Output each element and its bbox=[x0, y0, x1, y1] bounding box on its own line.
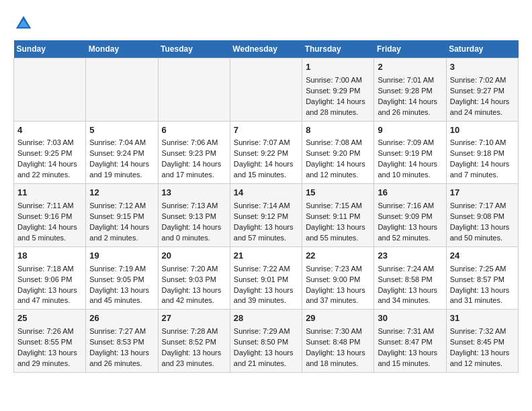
cell-content: Daylight: 14 hours bbox=[17, 159, 82, 170]
header-sunday: Sunday bbox=[14, 40, 86, 58]
calendar-cell: 1Sunrise: 7:00 AMSunset: 9:29 PMDaylight… bbox=[302, 58, 374, 122]
cell-content: Sunset: 9:05 PM bbox=[89, 275, 154, 285]
cell-content: and 21 minutes. bbox=[234, 359, 298, 369]
cell-content: and 24 minutes. bbox=[450, 107, 515, 118]
cell-content: Daylight: 13 hours bbox=[234, 348, 298, 359]
day-number: 15 bbox=[306, 187, 370, 199]
cell-content: Sunset: 9:12 PM bbox=[234, 212, 298, 222]
day-number: 27 bbox=[162, 312, 226, 325]
cell-content: Daylight: 14 hours bbox=[378, 159, 442, 170]
calendar-cell: 14Sunrise: 7:14 AMSunset: 9:12 PMDayligh… bbox=[230, 184, 302, 247]
calendar-cell bbox=[86, 58, 158, 122]
cell-content: Daylight: 13 hours bbox=[378, 285, 442, 296]
calendar-cell bbox=[158, 58, 230, 122]
cell-content: Sunset: 9:29 PM bbox=[306, 86, 370, 97]
day-number: 7 bbox=[234, 124, 298, 137]
cell-content: Sunset: 9:08 PM bbox=[450, 212, 515, 222]
cell-content: Daylight: 13 hours bbox=[234, 222, 298, 233]
cell-content: Sunrise: 7:15 AM bbox=[306, 201, 370, 212]
cell-content: Sunrise: 7:27 AM bbox=[89, 326, 154, 337]
cell-content: Sunrise: 7:17 AM bbox=[450, 201, 515, 212]
header-thursday: Thursday bbox=[302, 40, 374, 58]
calendar-cell bbox=[230, 58, 302, 122]
cell-content: Sunset: 9:24 PM bbox=[89, 148, 154, 159]
day-number: 17 bbox=[450, 187, 515, 199]
calendar-table: SundayMondayTuesdayWednesdayThursdayFrid… bbox=[13, 40, 519, 373]
cell-content: Daylight: 14 hours bbox=[162, 222, 226, 233]
cell-content: Sunrise: 7:22 AM bbox=[234, 264, 298, 275]
cell-content: Sunrise: 7:09 AM bbox=[378, 138, 442, 148]
cell-content: and 5 minutes. bbox=[17, 233, 82, 244]
cell-content: Sunrise: 7:14 AM bbox=[234, 201, 298, 212]
day-number: 19 bbox=[89, 250, 154, 263]
cell-content: Sunrise: 7:20 AM bbox=[162, 264, 226, 275]
cell-content: and 42 minutes. bbox=[162, 295, 226, 306]
day-number: 9 bbox=[378, 124, 442, 137]
cell-content: Sunset: 9:18 PM bbox=[450, 148, 515, 159]
day-number: 12 bbox=[89, 187, 154, 199]
day-number: 25 bbox=[17, 312, 82, 325]
cell-content: and 22 minutes. bbox=[17, 170, 82, 181]
cell-content: Sunrise: 7:19 AM bbox=[89, 264, 154, 275]
day-number: 5 bbox=[89, 124, 154, 137]
calendar-cell: 21Sunrise: 7:22 AMSunset: 9:01 PMDayligh… bbox=[230, 246, 302, 310]
calendar-cell: 4Sunrise: 7:03 AMSunset: 9:25 PMDaylight… bbox=[14, 121, 86, 184]
cell-content: Daylight: 14 hours bbox=[234, 159, 298, 170]
day-number: 2 bbox=[378, 61, 442, 74]
cell-content: Daylight: 14 hours bbox=[89, 222, 154, 233]
calendar-cell: 22Sunrise: 7:23 AMSunset: 9:00 PMDayligh… bbox=[302, 246, 374, 310]
calendar-cell: 17Sunrise: 7:17 AMSunset: 9:08 PMDayligh… bbox=[446, 184, 518, 247]
calendar-cell: 24Sunrise: 7:25 AMSunset: 8:57 PMDayligh… bbox=[446, 246, 518, 310]
cell-content: Sunset: 9:06 PM bbox=[17, 275, 82, 285]
cell-content: and 47 minutes. bbox=[17, 295, 82, 306]
cell-content: Sunset: 9:13 PM bbox=[162, 212, 226, 222]
cell-content: and 39 minutes. bbox=[234, 295, 298, 306]
day-number: 30 bbox=[378, 312, 442, 325]
day-number: 10 bbox=[450, 124, 515, 137]
cell-content: Sunset: 9:15 PM bbox=[89, 212, 154, 222]
cell-content: and 45 minutes. bbox=[89, 295, 154, 306]
cell-content: Daylight: 13 hours bbox=[17, 348, 82, 359]
calendar-header-row: SundayMondayTuesdayWednesdayThursdayFrid… bbox=[14, 40, 519, 58]
day-number: 18 bbox=[17, 250, 82, 263]
calendar-cell: 10Sunrise: 7:10 AMSunset: 9:18 PMDayligh… bbox=[446, 121, 518, 184]
cell-content: Sunrise: 7:18 AM bbox=[17, 264, 82, 275]
day-number: 13 bbox=[162, 187, 226, 199]
cell-content: Sunset: 9:25 PM bbox=[17, 148, 82, 159]
calendar-cell: 26Sunrise: 7:27 AMSunset: 8:53 PMDayligh… bbox=[86, 310, 158, 373]
cell-content: Sunrise: 7:28 AM bbox=[162, 326, 226, 337]
calendar-week-row: 25Sunrise: 7:26 AMSunset: 8:55 PMDayligh… bbox=[14, 310, 519, 373]
calendar-cell: 28Sunrise: 7:29 AMSunset: 8:50 PMDayligh… bbox=[230, 310, 302, 373]
cell-content: Sunset: 9:27 PM bbox=[450, 86, 515, 97]
cell-content: and 28 minutes. bbox=[306, 107, 370, 118]
day-number: 3 bbox=[450, 61, 515, 74]
cell-content: Sunrise: 7:23 AM bbox=[306, 264, 370, 275]
day-number: 1 bbox=[306, 61, 370, 74]
calendar-cell: 18Sunrise: 7:18 AMSunset: 9:06 PMDayligh… bbox=[14, 246, 86, 310]
cell-content: Sunrise: 7:25 AM bbox=[450, 264, 515, 275]
header-monday: Monday bbox=[86, 40, 158, 58]
cell-content: Sunset: 9:20 PM bbox=[306, 148, 370, 159]
cell-content: Daylight: 13 hours bbox=[306, 222, 370, 233]
cell-content: Sunrise: 7:10 AM bbox=[450, 138, 515, 148]
calendar-week-row: 11Sunrise: 7:11 AMSunset: 9:16 PMDayligh… bbox=[14, 184, 519, 247]
header-tuesday: Tuesday bbox=[158, 40, 230, 58]
day-number: 26 bbox=[89, 312, 154, 325]
header-wednesday: Wednesday bbox=[230, 40, 302, 58]
calendar-cell: 2Sunrise: 7:01 AMSunset: 9:28 PMDaylight… bbox=[374, 58, 446, 122]
cell-content: Sunrise: 7:24 AM bbox=[378, 264, 442, 275]
calendar-cell bbox=[14, 58, 86, 122]
calendar-cell: 5Sunrise: 7:04 AMSunset: 9:24 PMDaylight… bbox=[86, 121, 158, 184]
day-number: 22 bbox=[306, 250, 370, 263]
cell-content: and 17 minutes. bbox=[162, 170, 226, 181]
cell-content: Daylight: 14 hours bbox=[17, 222, 82, 233]
calendar-cell: 19Sunrise: 7:19 AMSunset: 9:05 PMDayligh… bbox=[86, 246, 158, 310]
header-friday: Friday bbox=[374, 40, 446, 58]
day-number: 21 bbox=[234, 250, 298, 263]
cell-content: and 26 minutes. bbox=[378, 107, 442, 118]
cell-content: Sunrise: 7:11 AM bbox=[17, 201, 82, 212]
cell-content: and 50 minutes. bbox=[450, 233, 515, 244]
cell-content: and 2 minutes. bbox=[89, 233, 154, 244]
cell-content: and 15 minutes. bbox=[234, 170, 298, 181]
calendar-cell: 15Sunrise: 7:15 AMSunset: 9:11 PMDayligh… bbox=[302, 184, 374, 247]
